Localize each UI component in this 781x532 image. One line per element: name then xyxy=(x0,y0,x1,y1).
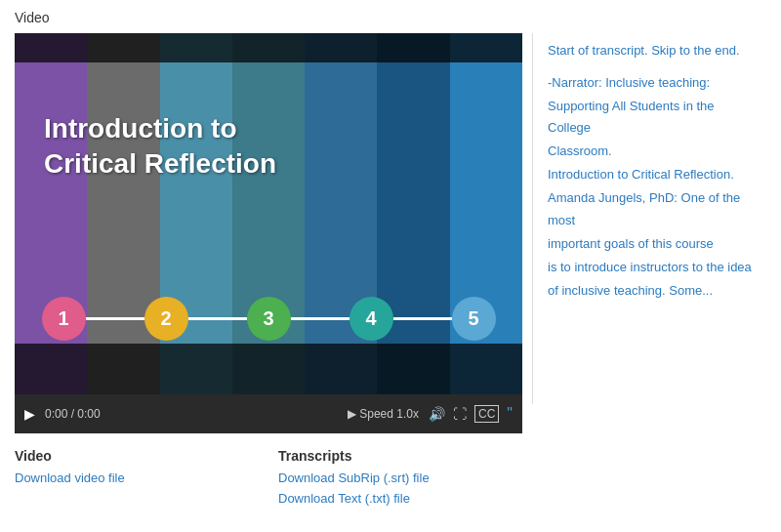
fullscreen-icon[interactable]: ⛶ xyxy=(453,406,467,422)
video-section: Introduction to Critical Reflection 1234… xyxy=(15,33,532,453)
video-player[interactable]: Introduction to Critical Reflection 1234… xyxy=(15,33,522,394)
transcript-line: is to introduce instructors to the idea xyxy=(548,257,752,278)
bottom-links: Video Download video file Transcripts Do… xyxy=(15,448,532,510)
transcript-icon[interactable]: " xyxy=(507,405,513,423)
transcript-line: of inclusive teaching. Some... xyxy=(548,280,752,302)
time-display: 0:00 / 0:00 xyxy=(45,407,101,421)
main-content: Introduction to Critical Reflection 1234… xyxy=(15,33,766,453)
bubble-2[interactable]: 2 xyxy=(144,297,188,341)
control-icons: 🔊 ⛶ CC " xyxy=(429,405,513,423)
transcript-text: -Narrator: Inclusive teaching:Supporting… xyxy=(548,72,752,302)
transcript-line: Classroom. xyxy=(548,141,752,162)
download-video-link[interactable]: Download video file xyxy=(15,469,268,489)
transcript-line: Introduction to Critical Reflection. xyxy=(548,164,752,185)
volume-icon[interactable]: 🔊 xyxy=(429,406,445,422)
bubble-1[interactable]: 1 xyxy=(42,297,86,341)
transcripts-section-label: Transcripts xyxy=(278,448,532,464)
video-section-label: Video xyxy=(15,448,268,464)
bubble-4[interactable]: 4 xyxy=(349,297,393,341)
transcript-start-link[interactable]: Start of transcript. Skip to the end. xyxy=(548,43,752,58)
bubbles-row: 12345 xyxy=(15,297,522,341)
play-button[interactable]: ▶ xyxy=(24,406,35,422)
video-links-section: Video Download video file xyxy=(15,448,268,510)
video-title-overlay: Introduction to Critical Reflection xyxy=(44,111,276,183)
transcript-line: important goals of this course xyxy=(548,233,752,255)
bubble-3[interactable]: 3 xyxy=(247,297,291,341)
captions-icon[interactable]: CC xyxy=(474,405,499,423)
page-title: Video xyxy=(15,10,766,25)
download-txt-link[interactable]: Download Text (.txt) file xyxy=(278,489,532,510)
download-srt-link[interactable]: Download SubRip (.srt) file xyxy=(278,469,532,489)
video-controls: ▶ 0:00 / 0:00 ▶ Speed 1.0x 🔊 ⛶ CC " xyxy=(15,394,522,433)
transcripts-links-section: Transcripts Download SubRip (.srt) file … xyxy=(278,448,532,510)
transcript-panel[interactable]: Start of transcript. Skip to the end. -N… xyxy=(532,33,766,404)
page-container: Video Introduction to Critical Reflectio… xyxy=(0,0,781,532)
transcript-line: -Narrator: Inclusive teaching: xyxy=(548,72,752,94)
transcript-line: Supporting All Students in the College xyxy=(548,96,752,139)
transcript-line: Amanda Jungels, PhD: One of the most xyxy=(548,187,752,230)
bubble-5[interactable]: 5 xyxy=(452,297,496,341)
speed-control[interactable]: ▶ Speed 1.0x xyxy=(348,407,419,421)
